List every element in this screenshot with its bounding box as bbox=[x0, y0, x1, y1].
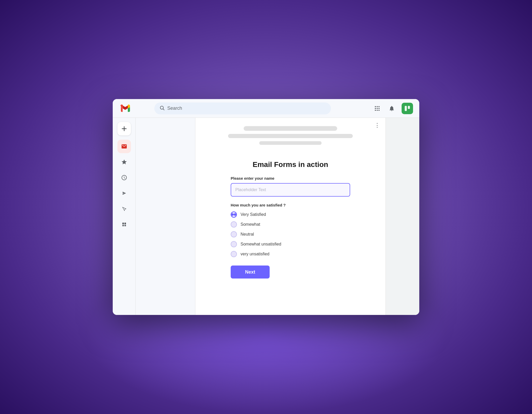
more-options-icon[interactable]: ⋮ bbox=[374, 122, 380, 129]
gmail-logo bbox=[119, 102, 131, 115]
right-panel bbox=[385, 118, 419, 315]
radio-label-neutral: Neutral bbox=[241, 232, 254, 237]
svg-rect-4 bbox=[378, 106, 380, 107]
svg-rect-8 bbox=[375, 110, 376, 111]
svg-rect-10 bbox=[378, 110, 380, 111]
svg-rect-11 bbox=[405, 106, 407, 111]
svg-marker-15 bbox=[123, 192, 126, 195]
svg-rect-17 bbox=[122, 223, 124, 224]
svg-marker-16 bbox=[123, 207, 126, 211]
search-label: Search bbox=[167, 106, 182, 111]
radio-circle-somewhat bbox=[231, 221, 237, 228]
name-input[interactable] bbox=[231, 183, 350, 197]
svg-rect-9 bbox=[377, 110, 378, 111]
svg-rect-2 bbox=[375, 106, 376, 107]
gmail-topbar: Search bbox=[113, 99, 419, 118]
gmail-body: ⋮ Email Forms in action Please enter you… bbox=[113, 118, 419, 315]
radio-label-very-satisfied: Very Satisfied bbox=[241, 212, 266, 217]
form-title: Email Forms in action bbox=[231, 160, 350, 169]
email-list-panel bbox=[136, 118, 195, 315]
radio-label-somewhat-unsatisfied: Somewhat unsatisfied bbox=[241, 242, 281, 247]
radio-label-very-unsatisfied: very unsatisfied bbox=[241, 252, 269, 256]
radio-item-neutral[interactable]: Neutral bbox=[231, 231, 350, 237]
satisfaction-label: How much you are satisfied ? bbox=[231, 203, 350, 207]
sidebar-item-inbox[interactable] bbox=[117, 140, 131, 153]
svg-rect-7 bbox=[378, 108, 380, 109]
sidebar-item-more[interactable] bbox=[117, 218, 131, 231]
svg-rect-5 bbox=[375, 108, 376, 109]
svg-rect-20 bbox=[124, 225, 126, 226]
name-label: Please enter your name bbox=[231, 176, 350, 180]
svg-line-1 bbox=[163, 109, 164, 110]
sidebar-item-starred[interactable] bbox=[117, 155, 131, 169]
radio-item-somewhat[interactable]: Somewhat bbox=[231, 221, 350, 228]
form-container: Email Forms in action Please enter your … bbox=[195, 118, 385, 315]
placeholder-bar-medium bbox=[228, 134, 353, 138]
sidebar-item-sent[interactable] bbox=[117, 186, 131, 200]
svg-rect-18 bbox=[124, 223, 126, 224]
email-content: ⋮ Email Forms in action Please enter you… bbox=[195, 118, 385, 315]
search-icon bbox=[159, 105, 165, 112]
browser-window: Search bbox=[113, 99, 419, 315]
radio-circle-somewhat-unsatisfied bbox=[231, 241, 237, 247]
compose-button[interactable] bbox=[117, 122, 131, 135]
radio-item-very-unsatisfied[interactable]: very unsatisfied bbox=[231, 251, 350, 257]
svg-rect-19 bbox=[122, 225, 124, 226]
radio-circle-very-unsatisfied bbox=[231, 251, 237, 257]
radio-item-very-satisfied[interactable]: Very Satisfied bbox=[231, 211, 350, 218]
placeholder-bar-short bbox=[259, 141, 322, 145]
search-bar[interactable]: Search bbox=[154, 102, 331, 114]
sidebar-item-drafts[interactable] bbox=[117, 202, 131, 216]
klokki-app-icon[interactable] bbox=[402, 103, 413, 114]
svg-rect-6 bbox=[377, 108, 378, 109]
svg-rect-12 bbox=[408, 106, 410, 109]
radio-circle-very-satisfied bbox=[231, 211, 237, 218]
radio-group: Very Satisfied Somewhat Neutral bbox=[231, 211, 350, 257]
form-card: Email Forms in action Please enter your … bbox=[220, 152, 361, 289]
sidebar-item-snoozed[interactable] bbox=[117, 171, 131, 184]
radio-label-somewhat: Somewhat bbox=[241, 222, 260, 227]
apps-grid-icon[interactable] bbox=[373, 104, 382, 113]
notification-bell-icon[interactable] bbox=[387, 104, 396, 113]
svg-rect-3 bbox=[377, 106, 378, 107]
topbar-right bbox=[373, 103, 413, 114]
sidebar bbox=[113, 118, 136, 315]
radio-item-somewhat-unsatisfied[interactable]: Somewhat unsatisfied bbox=[231, 241, 350, 247]
next-button[interactable]: Next bbox=[231, 266, 270, 279]
radio-circle-neutral bbox=[231, 231, 237, 237]
placeholder-bar-top bbox=[244, 126, 337, 131]
